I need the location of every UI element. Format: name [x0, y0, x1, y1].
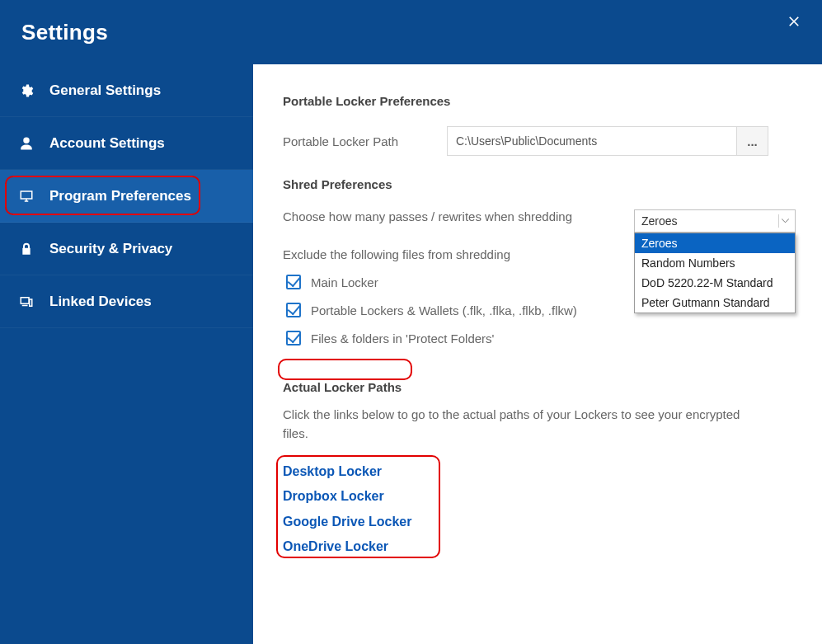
- monitor-icon: [18, 188, 35, 204]
- annotation-highlight: [278, 359, 412, 380]
- sidebar-item-label: Program Preferences: [49, 188, 191, 204]
- portable-path-input[interactable]: [447, 126, 737, 156]
- browse-button[interactable]: ...: [737, 126, 768, 156]
- shred-passes-label: Choose how many passes / rewrites when s…: [283, 209, 572, 223]
- actual-paths-title: Actual Locker Paths: [283, 380, 402, 394]
- close-button[interactable]: [782, 10, 806, 33]
- dropdown-option[interactable]: DoD 5220.22-M Standard: [635, 273, 795, 293]
- sidebar-item-general[interactable]: General Settings: [0, 64, 253, 117]
- actual-paths-desc: Click the links below to go to the actua…: [283, 406, 744, 443]
- locker-link-dropbox[interactable]: Dropbox Locker: [283, 484, 412, 509]
- checkbox-label: Portable Lockers & Wallets (.flk, .flka,…: [311, 303, 577, 317]
- sidebar-item-program[interactable]: Program Preferences: [0, 170, 253, 223]
- checkbox-main-locker[interactable]: [286, 275, 301, 289]
- portable-section-title: Portable Locker Preferences: [283, 94, 796, 108]
- select-value: Zeroes: [641, 214, 678, 228]
- sidebar-item-label: General Settings: [49, 82, 161, 99]
- locker-link-googledrive[interactable]: Google Drive Locker: [283, 510, 412, 534]
- locker-link-onedrive[interactable]: OneDrive Locker: [283, 534, 412, 559]
- sidebar-item-account[interactable]: Account Settings: [0, 117, 253, 170]
- sidebar-item-label: Linked Devices: [49, 294, 152, 310]
- checkbox-label: Main Locker: [311, 275, 378, 289]
- user-icon: [18, 135, 35, 152]
- dropdown-option[interactable]: Random Numbers: [635, 253, 795, 273]
- gear-icon: [18, 82, 35, 99]
- portable-path-label: Portable Locker Path: [283, 134, 427, 148]
- lock-icon: [18, 241, 35, 257]
- locker-links: Desktop Locker Dropbox Locker Google Dri…: [283, 459, 412, 560]
- sidebar-item-security[interactable]: Security & Privacy: [0, 223, 253, 275]
- sidebar-item-label: Account Settings: [49, 135, 165, 152]
- chevron-down-icon: [778, 214, 791, 228]
- dropdown-option[interactable]: Zeroes: [635, 233, 795, 253]
- sidebar-item-label: Security & Privacy: [49, 241, 172, 257]
- devices-icon: [18, 294, 35, 310]
- shred-method-dropdown: Zeroes Random Numbers DoD 5220.22-M Stan…: [634, 233, 796, 313]
- titlebar: Settings: [0, 0, 822, 64]
- checkbox-protect-folders[interactable]: [286, 331, 301, 346]
- shred-method-select[interactable]: Zeroes: [634, 209, 796, 233]
- window-title: Settings: [21, 20, 108, 45]
- checkbox-portable-lockers[interactable]: [286, 303, 301, 317]
- locker-link-desktop[interactable]: Desktop Locker: [283, 459, 412, 484]
- sidebar-item-devices[interactable]: Linked Devices: [0, 275, 253, 328]
- main-panel: Portable Locker Preferences Portable Loc…: [253, 64, 822, 644]
- sidebar: General Settings Account Settings Progra…: [0, 64, 253, 644]
- dropdown-option[interactable]: Peter Gutmann Standard: [635, 293, 795, 313]
- checkbox-label: Files & folders in 'Protect Folders': [311, 331, 494, 346]
- shred-section-title: Shred Preferences: [283, 177, 796, 191]
